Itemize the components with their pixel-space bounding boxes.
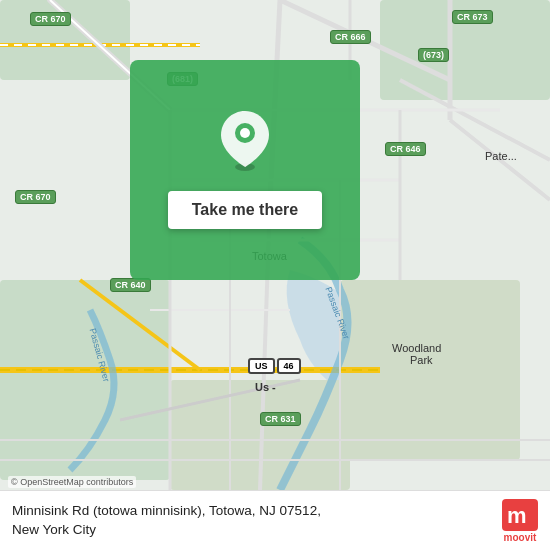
road-badge-cr670-2: CR 670 [15, 190, 56, 204]
road-badge-cr673: CR 673 [452, 10, 493, 24]
osm-attribution: © OpenStreetMap contributors [8, 476, 136, 488]
road-badge-cr640: CR 640 [110, 278, 151, 292]
moovit-icon: m [502, 499, 538, 531]
moovit-logo[interactable]: m moovit [502, 499, 538, 543]
road-badge-cr646: CR 646 [385, 142, 426, 156]
overlay-panel: Take me there [130, 60, 360, 280]
svg-point-33 [240, 128, 250, 138]
road-badge-cr666: CR 666 [330, 30, 371, 44]
road-badge-cr670-1: CR 670 [30, 12, 71, 26]
address-line2: New York City [12, 521, 492, 540]
address-line1: Minnisink Rd (totowa minnisink), Totowa,… [12, 502, 492, 521]
road-badge-cr631: CR 631 [260, 412, 301, 426]
svg-text:m: m [507, 503, 527, 528]
info-bar: Minnisink Rd (totowa minnisink), Totowa,… [0, 490, 550, 550]
take-me-there-button[interactable]: Take me there [168, 191, 322, 229]
moovit-text: moovit [504, 532, 537, 543]
location-pin [221, 111, 269, 175]
us-label: Us - [255, 381, 276, 393]
map-container[interactable]: CR 670 CR 670 CR 640 CR 666 CR 646 CR 67… [0, 0, 550, 490]
address-text: Minnisink Rd (totowa minnisink), Totowa,… [12, 502, 492, 540]
road-badge-673: (673) [418, 48, 449, 62]
us-46-badge: US 46 [248, 358, 301, 374]
